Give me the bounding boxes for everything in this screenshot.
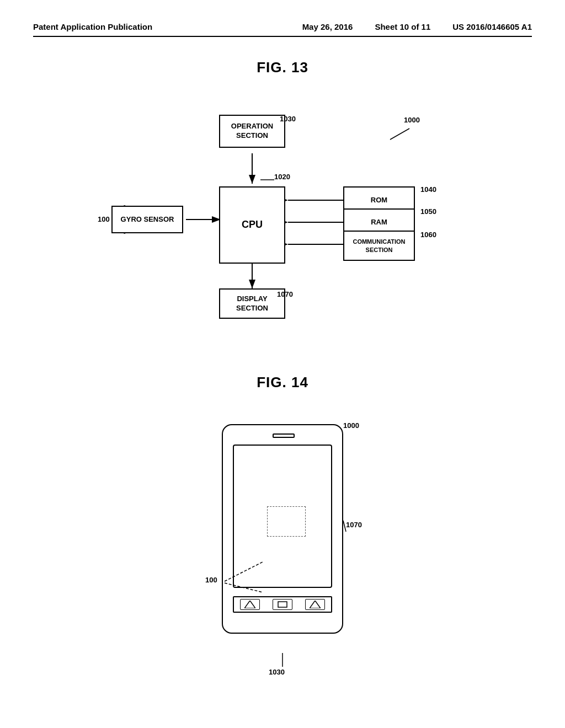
label-1060: 1060: [420, 231, 436, 239]
label-1020: 1020: [274, 173, 290, 181]
label-1070-fig13: 1070: [277, 290, 293, 298]
phone-btn-1: [240, 599, 260, 610]
svg-marker-16: [244, 601, 255, 608]
label-1030: 1030: [280, 115, 296, 123]
phone-btn-3: [305, 599, 325, 610]
phone-buttons-bar: [233, 596, 332, 613]
fig13-title: FIG. 13: [33, 59, 532, 76]
sheet-info: Sheet 10 of 11: [375, 22, 430, 31]
header-left: Patent Application Publication: [33, 22, 152, 31]
operation-section-box: OPERATION SECTION: [219, 115, 285, 148]
phone-screen: [233, 445, 332, 588]
gyro-sensor-box: GYRO SENSOR: [111, 206, 183, 233]
label-1030-fig14: 1030: [269, 668, 285, 676]
display-section-box: DISPLAY SECTION: [219, 288, 285, 319]
label-1000-fig14: 1000: [343, 421, 359, 430]
phone-btn-2: [273, 599, 292, 610]
fig14-section: FIG. 14: [33, 374, 532, 689]
fig14-title: FIG. 14: [33, 374, 532, 391]
phone-device: [222, 424, 343, 634]
svg-line-8: [390, 129, 409, 140]
phone-speaker: [273, 433, 295, 438]
svg-marker-18: [310, 601, 321, 608]
svg-rect-17: [278, 602, 287, 607]
label-1050: 1050: [420, 207, 436, 216]
header-right: May 26, 2016 Sheet 10 of 11 US 2016/0146…: [302, 22, 532, 31]
cpu-box: CPU: [219, 186, 285, 264]
publication-label: Patent Application Publication: [33, 22, 152, 31]
ar-indicator-box: [267, 506, 306, 537]
label-1040: 1040: [420, 185, 436, 194]
label-1070-fig14: 1070: [346, 521, 362, 529]
label-1000-fig13: 1000: [404, 116, 420, 124]
label-100-fig14: 100: [205, 576, 217, 584]
fig14-diagram: 1000 1070 100 1030: [172, 413, 393, 689]
fig13-diagram: OPERATION SECTION CPU GYRO SENSOR ROM RA…: [89, 98, 476, 330]
fig13-section: FIG. 13: [33, 59, 532, 330]
communication-section-box: COMMUNICATION SECTION: [343, 231, 415, 261]
page-header: Patent Application Publication May 26, 2…: [33, 22, 532, 37]
page: Patent Application Publication May 26, 2…: [0, 0, 565, 728]
patent-number: US 2016/0146605 A1: [452, 22, 532, 31]
publication-date: May 26, 2016: [302, 22, 353, 31]
label-100-fig13: 100: [98, 215, 110, 223]
